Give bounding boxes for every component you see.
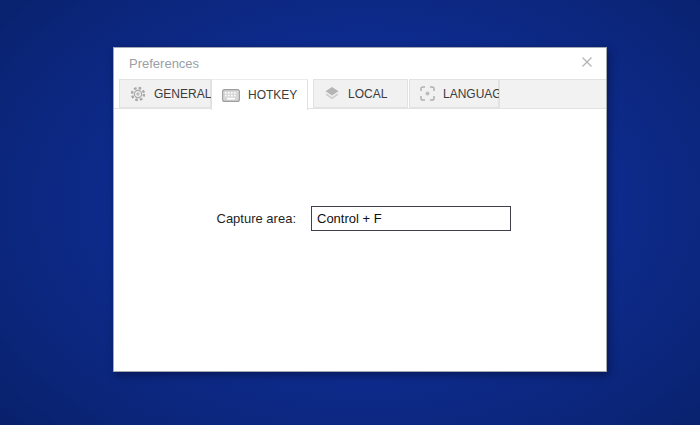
- preferences-dialog: Preferences GE: [113, 47, 607, 372]
- layers-icon: [324, 86, 340, 101]
- tab-language[interactable]: LANGUAGE: [409, 79, 499, 108]
- tab-local[interactable]: LOCAL: [313, 79, 408, 108]
- tab-bar: GENERAL: [114, 79, 606, 109]
- capture-area-label: Capture area:: [203, 211, 296, 226]
- tab-hotkey[interactable]: HOTKEY: [211, 79, 308, 110]
- titlebar[interactable]: Preferences: [114, 48, 606, 79]
- hotkey-panel: Capture area:: [114, 109, 606, 371]
- capture-area-hotkey-input[interactable]: [311, 206, 511, 231]
- tab-general[interactable]: GENERAL: [119, 79, 211, 108]
- tab-hotkey-label: HOTKEY: [248, 88, 297, 102]
- tab-bar-filler: [499, 79, 606, 108]
- capture-area-row: Capture area:: [203, 206, 511, 231]
- tab-local-label: LOCAL: [348, 87, 387, 101]
- gear-icon: [130, 86, 146, 102]
- keyboard-icon: [222, 89, 240, 102]
- close-button[interactable]: [578, 55, 596, 73]
- tab-general-label: GENERAL: [154, 87, 211, 101]
- focus-icon: [420, 86, 435, 101]
- close-icon: [580, 55, 594, 73]
- window-title: Preferences: [129, 56, 199, 71]
